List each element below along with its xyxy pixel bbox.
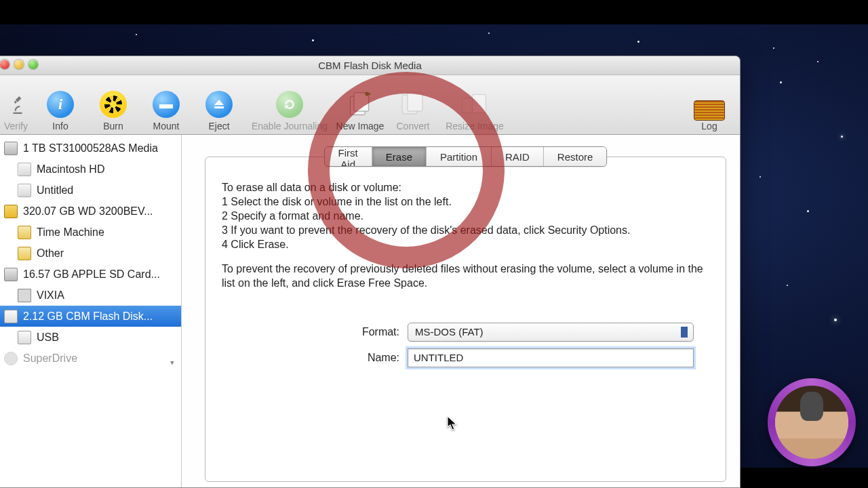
vol-y-icon <box>18 226 31 239</box>
resize-image-label: Resize Image <box>446 121 504 131</box>
sidebar-item[interactable]: Macintosh HD <box>0 159 181 180</box>
main-content: First Aid Erase Partition RAID Restore T… <box>182 135 740 487</box>
name-input[interactable] <box>408 348 694 367</box>
info-button[interactable]: i Info <box>34 79 87 131</box>
resize-image-icon <box>461 91 488 118</box>
burn-label: Burn <box>103 121 123 131</box>
svg-rect-2 <box>365 92 368 95</box>
disk-sidebar[interactable]: 1 TB ST31000528AS MediaMacintosh HDUntit… <box>0 135 182 487</box>
journaling-icon <box>276 91 303 118</box>
resize-image-button[interactable]: Resize Image <box>439 79 510 131</box>
minimize-button[interactable] <box>14 60 24 69</box>
enable-journaling-button[interactable]: Enable Journaling <box>245 79 334 131</box>
sidebar-item-label: 320.07 GB WD 3200BEV... <box>23 205 153 218</box>
profile-avatar[interactable] <box>768 378 856 466</box>
hdd-y-icon <box>4 205 18 218</box>
eject-button[interactable]: Eject <box>193 79 245 131</box>
convert-label: Convert <box>396 121 429 131</box>
close-button[interactable] <box>0 60 9 69</box>
sidebar-item-label: VIXIA <box>37 289 64 302</box>
avatar-image <box>775 386 848 459</box>
format-select[interactable]: MS-DOS (FAT) ▲▼ <box>408 323 694 342</box>
convert-button[interactable]: Convert <box>387 79 439 131</box>
info-label: Info <box>52 121 68 131</box>
tab-panel: First Aid Erase Partition RAID Restore T… <box>205 157 726 482</box>
new-image-button[interactable]: New Image <box>334 79 387 131</box>
svg-rect-6 <box>472 94 486 113</box>
tab-erase[interactable]: Erase <box>372 147 427 166</box>
eject-icon <box>205 91 233 118</box>
toolbar: Verify i Info Burn ▬ Mount Eject <box>0 75 740 135</box>
sidebar-item-label: Untitled <box>37 184 73 197</box>
sidebar-item-label: Macintosh HD <box>37 163 104 176</box>
sidebar-item-label: 1 TB ST31000528AS Media <box>23 142 158 155</box>
tab-first-aid[interactable]: First Aid <box>325 147 372 166</box>
vol-icon <box>18 163 31 176</box>
sidebar-item[interactable]: Untitled <box>0 180 181 201</box>
disk-utility-window: CBM Flash Disk Media Verify i Info Burn … <box>0 56 741 488</box>
log-label: Log <box>701 121 717 131</box>
window-title: CBM Flash Disk Media <box>0 56 740 75</box>
svg-rect-4 <box>408 92 422 111</box>
instructions: To erase all data on a disk or volume: 1… <box>222 180 709 290</box>
instr-para-2: To prevent the recovery of previously de… <box>222 262 709 290</box>
sidebar-item[interactable]: 2.12 GB CBM Flash Disk... <box>0 306 181 327</box>
microscope-icon <box>4 89 31 121</box>
vol-y-icon <box>18 247 31 260</box>
mount-button[interactable]: ▬ Mount <box>140 79 193 131</box>
format-label: Format: <box>222 326 408 338</box>
name-label: Name: <box>222 352 408 364</box>
verify-label: Verify <box>4 121 28 131</box>
instr-step-1: 1 Select the disk or volume in the list … <box>222 196 452 207</box>
sidebar-item-label: SuperDrive <box>23 352 77 365</box>
mount-label: Mount <box>153 121 180 131</box>
new-image-label: New Image <box>336 121 384 131</box>
tab-bar: First Aid Erase Partition RAID Restore <box>324 146 608 167</box>
usb-icon <box>18 331 31 344</box>
burn-button[interactable]: Burn <box>87 79 140 131</box>
svg-rect-5 <box>462 98 473 113</box>
info-icon: i <box>47 91 74 118</box>
instr-step-3: 3 If you want to prevent the recovery of… <box>222 224 630 236</box>
sidebar-item[interactable]: VIXIA <box>0 285 181 306</box>
sidebar-item[interactable]: 1 TB ST31000528AS Media <box>0 138 181 159</box>
format-value: MS-DOS (FAT) <box>415 326 484 338</box>
sidebar-item[interactable]: Other <box>0 243 181 264</box>
titlebar[interactable]: CBM Flash Disk Media <box>0 56 740 75</box>
tab-raid[interactable]: RAID <box>492 147 544 166</box>
tab-partition[interactable]: Partition <box>427 147 492 166</box>
sidebar-item[interactable]: SuperDrive <box>0 348 181 369</box>
window-controls <box>0 60 38 69</box>
new-image-icon <box>347 91 374 118</box>
drive-dim-icon <box>4 352 18 365</box>
hdd-icon <box>4 142 18 155</box>
sidebar-item-label: USB <box>37 331 59 344</box>
verify-button[interactable]: Verify <box>4 79 34 131</box>
sidebar-item-label: Other <box>37 247 64 260</box>
instr-step-4: 4 Click Erase. <box>222 239 289 250</box>
vol-icon <box>18 184 31 197</box>
zoom-button[interactable] <box>28 60 38 69</box>
sidebar-resize-handle[interactable]: ▸ <box>168 361 177 365</box>
usb-icon <box>4 310 18 323</box>
log-icon <box>694 100 725 121</box>
sidebar-item[interactable]: 320.07 GB WD 3200BEV... <box>0 201 181 222</box>
sidebar-item[interactable]: 16.57 GB APPLE SD Card... <box>0 264 181 285</box>
sidebar-item-label: 16.57 GB APPLE SD Card... <box>23 268 160 281</box>
sidebar-item[interactable]: USB <box>0 327 181 348</box>
sidebar-item-label: Time Machine <box>37 226 104 239</box>
burn-icon <box>100 91 127 118</box>
erase-form: Format: MS-DOS (FAT) ▲▼ Name: <box>222 323 709 367</box>
desktop-background: CBM Flash Disk Media Verify i Info Burn … <box>0 0 868 488</box>
sidebar-item[interactable]: Time Machine <box>0 222 181 243</box>
sidebar-item-label: 2.12 GB CBM Flash Disk... <box>23 310 153 323</box>
log-button[interactable]: Log <box>683 79 736 131</box>
eject-label: Eject <box>208 121 229 131</box>
journaling-label: Enable Journaling <box>252 121 328 131</box>
instr-heading: To erase all data on a disk or volume: <box>222 182 401 193</box>
tab-restore[interactable]: Restore <box>544 147 607 166</box>
instr-step-2: 2 Specify a format and name. <box>222 210 363 222</box>
letterbox-top <box>0 0 868 24</box>
mount-icon: ▬ <box>153 91 180 118</box>
convert-icon <box>399 91 427 118</box>
